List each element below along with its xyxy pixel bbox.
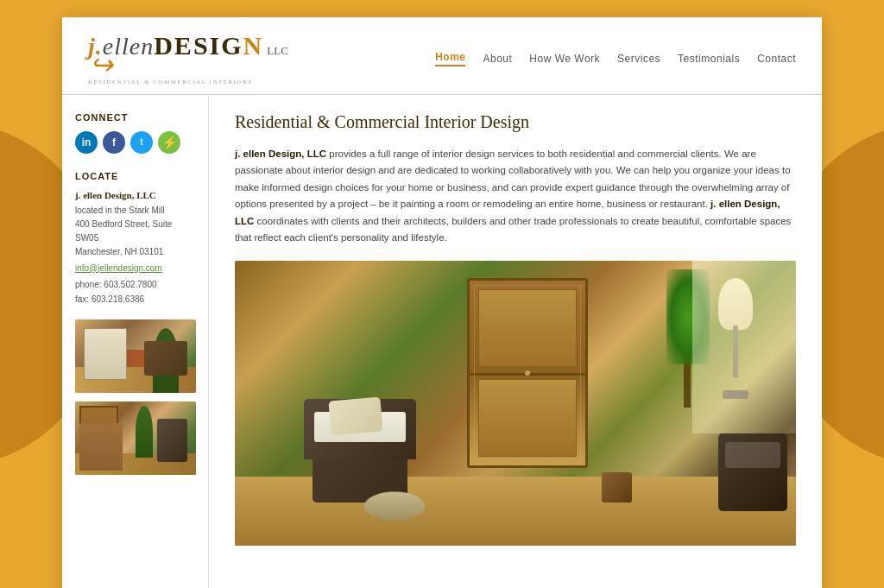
logo-llc: LLC [267, 44, 288, 58]
nav-testimonials[interactable]: Testimonials [678, 53, 740, 65]
logo-design: DESIGN [154, 31, 263, 60]
logo-area: j.ellenDESIGN LLC ↪ RESIDENTIAL & COMMER… [88, 33, 288, 85]
linkedin-icon[interactable]: in [75, 131, 98, 154]
website-container: j.ellenDESIGN LLC ↪ RESIDENTIAL & COMMER… [62, 17, 822, 588]
main-layout: Connect in f t ⚡ Locate j. ellen Design,… [62, 95, 822, 588]
twitter-icon[interactable]: t [130, 131, 153, 154]
address-line2: 400 Bedford Street, Suite SW05 [75, 218, 195, 245]
basket [602, 472, 632, 503]
header: j.ellenDESIGN LLC ↪ RESIDENTIAL & COMMER… [62, 17, 822, 95]
connect-label: Connect [75, 112, 195, 123]
nav-how-we-work[interactable]: How We Work [529, 53, 600, 65]
sidebar-image-2[interactable] [75, 401, 196, 475]
logo-text: j.ellenDESIGN [88, 33, 263, 59]
page-title: Residential & Commercial Interior Design [235, 112, 796, 132]
social-icons: in f t ⚡ [75, 131, 195, 154]
sidebar-image-1[interactable] [75, 319, 196, 393]
chair-right [718, 433, 787, 511]
window-light [692, 261, 796, 433]
content-paragraph: j. ellen Design, LLC provides a full ran… [235, 146, 796, 247]
logo-subtitle: RESIDENTIAL & COMMERCIAL INTERIORS [88, 79, 253, 85]
houzz-icon[interactable]: ⚡ [158, 131, 180, 154]
phone: phone: 603.502.7800 [75, 280, 195, 289]
logo-swoosh: ↪ [90, 54, 113, 77]
main-nav: Home About How We Work Services Testimon… [435, 51, 796, 66]
email-link[interactable]: info@jellendesign.com [75, 263, 162, 273]
content-area: Residential & Commercial Interior Design… [209, 95, 822, 588]
nav-contact[interactable]: Contact [757, 53, 796, 65]
company-name: j. ellen Design, LLC [75, 190, 195, 200]
cabinet-element [467, 278, 588, 468]
fax: fax: 603.218.6386 [75, 294, 195, 304]
sidebar-images [75, 319, 195, 475]
facebook-icon[interactable]: f [103, 131, 125, 154]
nav-home[interactable]: Home [435, 51, 465, 66]
address-line3: Manchester, NH 03101 [75, 245, 195, 259]
nav-about[interactable]: About [483, 53, 512, 65]
sidebar: Connect in f t ⚡ Locate j. ellen Design,… [62, 95, 209, 588]
nav-services[interactable]: Services [617, 53, 660, 65]
pillow [328, 396, 382, 435]
locate-label: Locate [75, 171, 195, 181]
locate-section: Locate j. ellen Design, LLC located in t… [75, 171, 195, 304]
address-line1: located in the Stark Mill [75, 204, 195, 218]
main-content-image [235, 261, 796, 546]
